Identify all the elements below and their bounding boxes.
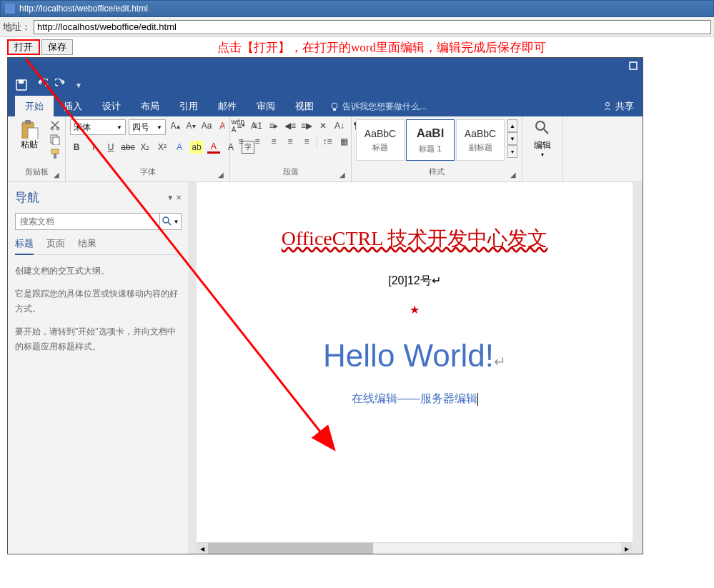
highlight-icon[interactable]: ab: [190, 141, 203, 154]
nav-dropdown-icon[interactable]: ▼ ✕: [167, 194, 182, 201]
paragraph-launcher-icon[interactable]: ◢: [339, 171, 345, 179]
tab-layout[interactable]: 布局: [131, 96, 169, 117]
italic-icon[interactable]: I: [87, 141, 100, 154]
underline-icon[interactable]: U: [104, 141, 117, 154]
grow-font-icon[interactable]: A▴: [169, 119, 182, 132]
address-input[interactable]: [34, 20, 711, 34]
format-painter-icon[interactable]: [49, 148, 61, 159]
font-group-label: 字体 ◢: [70, 165, 225, 179]
svg-point-17: [163, 217, 169, 223]
save-qat-icon[interactable]: [15, 79, 28, 91]
tab-insert[interactable]: 插入: [54, 96, 92, 117]
styles-launcher-icon[interactable]: ◢: [510, 171, 516, 179]
doc-heading[interactable]: OfficeCTRL 技术开发中心发文: [282, 225, 548, 252]
font-size-select[interactable]: 四号▼: [129, 119, 166, 135]
tab-view[interactable]: 视图: [285, 96, 324, 117]
bullets-icon[interactable]: ≡•: [234, 119, 247, 132]
doc-star[interactable]: ★: [225, 303, 604, 317]
sort-icon[interactable]: A↓: [333, 119, 346, 132]
doc-hello-heading[interactable]: Hello World!↵: [225, 338, 604, 374]
style-heading1[interactable]: AaBl 标题 1: [406, 119, 455, 161]
tab-design[interactable]: 设计: [92, 96, 131, 117]
scroll-left-icon[interactable]: ◀: [197, 543, 208, 554]
find-button[interactable]: 编辑 ▾: [527, 119, 558, 158]
bold-icon[interactable]: B: [70, 141, 83, 154]
page-canvas[interactable]: OfficeCTRL 技术开发中心发文 [20]12号↵ ★ Hello Wor…: [197, 182, 633, 554]
font-name-select[interactable]: 宋体▼: [70, 119, 126, 135]
svg-rect-2: [19, 80, 24, 84]
clipboard-group: 粘贴 剪贴板 ◢: [8, 116, 66, 181]
nav-tab-headings[interactable]: 标题: [15, 237, 34, 255]
align-right-icon[interactable]: ≡: [267, 135, 280, 148]
multilevel-list-icon[interactable]: ≡▸: [267, 119, 280, 132]
clear-format-icon[interactable]: A̷: [216, 119, 229, 132]
clipboard-launcher-icon[interactable]: ◢: [54, 171, 59, 179]
ribbon-tab-strip: 开始 插入 设计 布局 引用 邮件 审阅 视图 告诉我您想要做什么... 共享: [8, 96, 643, 116]
asian-char-icon[interactable]: ✕: [317, 119, 329, 132]
nav-tab-pages[interactable]: 页面: [46, 237, 65, 250]
line-spacing-icon[interactable]: ↕≡: [321, 135, 334, 148]
document-content[interactable]: OfficeCTRL 技术开发中心发文 [20]12号↵ ★ Hello Wor…: [197, 182, 633, 421]
strikethrough-icon[interactable]: abc: [122, 141, 134, 154]
word-embedded-container: ▼ 开始 插入 设计 布局 引用 邮件 审阅 视图 告诉我您想要做什么... 共…: [7, 57, 643, 554]
style-down-icon[interactable]: ▼: [507, 132, 517, 145]
tab-home[interactable]: 开始: [15, 96, 54, 117]
justify-icon[interactable]: ≡: [284, 135, 297, 148]
share-button[interactable]: 共享: [594, 97, 643, 116]
find-icon: [534, 119, 551, 136]
ribbon-content: 粘贴 剪贴板 ◢ 宋体▼ 四号▼ A▴: [8, 116, 643, 182]
style-more-icon[interactable]: ▾: [507, 145, 517, 158]
doc-subtitle[interactable]: 在线编辑——服务器编辑: [225, 392, 604, 407]
word-title-bar: [8, 58, 643, 74]
lightbulb-icon: [329, 101, 339, 111]
doc-number[interactable]: [20]12号↵: [225, 274, 604, 289]
style-title[interactable]: AaBbC 标题: [356, 119, 405, 161]
svg-line-18: [168, 222, 171, 225]
increase-indent-icon[interactable]: ≡▶: [300, 119, 313, 132]
font-launcher-icon[interactable]: ◢: [218, 171, 224, 179]
tab-mailings[interactable]: 邮件: [208, 96, 247, 117]
redo-icon[interactable]: [55, 79, 68, 91]
scroll-thumb[interactable]: [208, 543, 373, 554]
nav-body-text: 创建文档的交互式大纲。 它是跟踪您的具体位置或快速移动内容的好方式。 要开始，请…: [15, 264, 182, 362]
shading-icon[interactable]: ▦: [337, 135, 350, 148]
search-icon: [162, 216, 172, 226]
qat-dropdown-icon[interactable]: ▼: [75, 81, 82, 89]
navigation-pane: 导航 ▼ ✕ ▼ 标题 页面 结果 创建文档的交互式大纲。 它是跟踪您的具体位置…: [8, 182, 189, 554]
paragraph-group-label: 段落 ◢: [234, 165, 347, 179]
open-button[interactable]: 打开: [7, 39, 40, 55]
horizontal-scrollbar[interactable]: ◀ ▶: [197, 542, 633, 554]
decrease-indent-icon[interactable]: ◀≡: [284, 119, 297, 132]
nav-tab-results[interactable]: 结果: [78, 237, 96, 250]
scroll-right-icon[interactable]: ▶: [621, 543, 633, 554]
nav-search-input[interactable]: [15, 213, 160, 230]
font-color-icon[interactable]: A: [207, 141, 220, 154]
save-button[interactable]: 保存: [41, 39, 73, 55]
paragraph-group: ≡• ≡1 ≡▸ ◀≡ ≡▶ ✕ A↓ ¶ ≡ ≡ ≡ ≡ ≡: [230, 116, 352, 181]
subscript-icon[interactable]: X₂: [139, 141, 152, 154]
maximize-icon[interactable]: [628, 61, 638, 71]
style-subtitle[interactable]: AaBbC 副标题: [456, 119, 505, 161]
address-bar-row: 地址：: [0, 17, 714, 37]
distributed-icon[interactable]: ≡: [300, 135, 313, 148]
nav-search-button[interactable]: ▼: [160, 213, 182, 230]
shrink-font-icon[interactable]: A▾: [184, 119, 197, 132]
quick-access-toolbar: ▼: [8, 74, 643, 96]
tab-review[interactable]: 审阅: [247, 96, 285, 117]
browser-title-text: http://localhost/weboffice/edit.html: [19, 4, 148, 14]
webpage-button-row: 打开 保存 点击【打开】，在打开的word里面编辑，编辑完成后保存即可: [0, 37, 714, 57]
copy-icon[interactable]: [49, 134, 61, 145]
tab-references[interactable]: 引用: [169, 96, 208, 117]
change-case-icon[interactable]: Aa: [200, 119, 213, 132]
text-effects-icon[interactable]: A: [173, 141, 186, 154]
cut-icon[interactable]: [49, 119, 61, 131]
paste-button[interactable]: 粘贴: [15, 119, 44, 151]
browser-title-bar: http://localhost/weboffice/edit.html: [0, 0, 714, 17]
align-left-icon[interactable]: ≡: [234, 135, 247, 148]
numbering-icon[interactable]: ≡1: [251, 119, 264, 132]
align-center-icon[interactable]: ≡: [251, 135, 264, 148]
tell-me-search[interactable]: 告诉我您想要做什么...: [329, 101, 427, 113]
superscript-icon[interactable]: X²: [156, 141, 169, 154]
undo-icon[interactable]: [35, 79, 48, 91]
style-up-icon[interactable]: ▲: [507, 119, 517, 132]
